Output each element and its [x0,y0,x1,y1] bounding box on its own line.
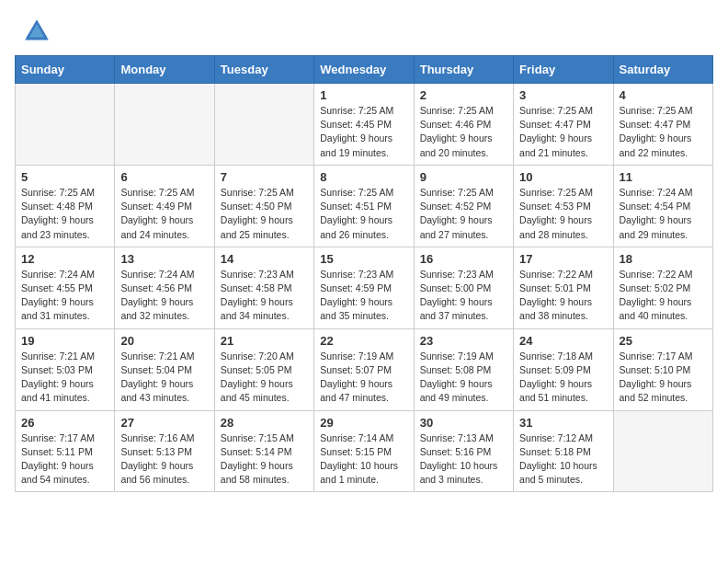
calendar-cell: 5Sunrise: 7:25 AMSunset: 4:48 PMDaylight… [16,165,115,247]
calendar-cell: 14Sunrise: 7:23 AMSunset: 4:58 PMDayligh… [214,247,313,328]
day-info: Sunrise: 7:24 AMSunset: 4:55 PMDaylight:… [21,268,108,324]
day-number: 20 [120,334,208,348]
day-number: 28 [221,416,308,430]
calendar-cell: 29Sunrise: 7:14 AMSunset: 5:15 PMDayligh… [314,410,414,492]
day-number: 10 [519,170,607,184]
day-number: 11 [620,170,707,184]
calendar-cell: 9Sunrise: 7:25 AMSunset: 4:52 PMDaylight… [414,165,513,247]
day-number: 30 [420,416,507,430]
calendar-cell: 22Sunrise: 7:19 AMSunset: 5:07 PMDayligh… [314,328,414,410]
calendar-table: SundayMondayTuesdayWednesdayThursdayFrid… [15,55,713,492]
day-info: Sunrise: 7:16 AMSunset: 5:13 PMDaylight:… [120,431,208,488]
calendar-cell: 24Sunrise: 7:18 AMSunset: 5:09 PMDayligh… [514,328,613,410]
weekday-header-saturday: Saturday [613,56,712,84]
day-number: 27 [120,416,208,430]
day-info: Sunrise: 7:25 AMSunset: 4:46 PMDaylight:… [420,104,507,160]
day-number: 15 [320,252,407,266]
day-number: 14 [221,252,308,266]
day-info: Sunrise: 7:17 AMSunset: 5:10 PMDaylight:… [620,350,707,406]
day-info: Sunrise: 7:22 AMSunset: 5:02 PMDaylight:… [620,268,707,324]
calendar-cell: 26Sunrise: 7:17 AMSunset: 5:11 PMDayligh… [16,410,115,492]
day-info: Sunrise: 7:19 AMSunset: 5:08 PMDaylight:… [420,350,507,406]
calendar-cell: 2Sunrise: 7:25 AMSunset: 4:46 PMDaylight… [414,84,513,166]
day-info: Sunrise: 7:22 AMSunset: 5:01 PMDaylight:… [519,268,607,324]
calendar-week-row: 26Sunrise: 7:17 AMSunset: 5:11 PMDayligh… [16,410,713,492]
calendar-cell: 4Sunrise: 7:25 AMSunset: 4:47 PMDaylight… [613,84,712,166]
day-number: 13 [120,252,208,266]
calendar-cell: 15Sunrise: 7:23 AMSunset: 4:59 PMDayligh… [314,247,414,328]
calendar-cell: 19Sunrise: 7:21 AMSunset: 5:03 PMDayligh… [16,328,115,410]
day-info: Sunrise: 7:25 AMSunset: 4:50 PMDaylight:… [221,186,308,242]
day-info: Sunrise: 7:24 AMSunset: 4:54 PMDaylight:… [620,186,707,242]
day-info: Sunrise: 7:25 AMSunset: 4:49 PMDaylight:… [120,186,208,242]
calendar-header: SundayMondayTuesdayWednesdayThursdayFrid… [16,56,713,84]
day-number: 25 [620,334,707,348]
calendar-cell: 18Sunrise: 7:22 AMSunset: 5:02 PMDayligh… [613,247,712,328]
day-number: 21 [221,334,308,348]
logo-icon [22,17,51,46]
day-number: 22 [320,334,407,348]
weekday-header-tuesday: Tuesday [214,56,313,84]
calendar-cell: 20Sunrise: 7:21 AMSunset: 5:04 PMDayligh… [115,328,214,410]
calendar-cell: 30Sunrise: 7:13 AMSunset: 5:16 PMDayligh… [414,410,513,492]
calendar-cell [16,84,115,166]
logo [22,17,55,46]
day-info: Sunrise: 7:25 AMSunset: 4:51 PMDaylight:… [320,186,407,242]
day-info: Sunrise: 7:13 AMSunset: 5:16 PMDaylight:… [420,431,507,488]
calendar-week-row: 1Sunrise: 7:25 AMSunset: 4:45 PMDaylight… [16,84,713,166]
day-info: Sunrise: 7:19 AMSunset: 5:07 PMDaylight:… [320,350,407,406]
day-info: Sunrise: 7:21 AMSunset: 5:03 PMDaylight:… [21,350,108,406]
calendar-cell: 16Sunrise: 7:23 AMSunset: 5:00 PMDayligh… [414,247,513,328]
day-info: Sunrise: 7:17 AMSunset: 5:11 PMDaylight:… [21,431,108,488]
day-info: Sunrise: 7:18 AMSunset: 5:09 PMDaylight:… [519,350,607,406]
day-number: 17 [519,252,607,266]
calendar-week-row: 5Sunrise: 7:25 AMSunset: 4:48 PMDaylight… [16,165,713,247]
day-info: Sunrise: 7:24 AMSunset: 4:56 PMDaylight:… [120,268,208,324]
calendar-cell: 23Sunrise: 7:19 AMSunset: 5:08 PMDayligh… [414,328,513,410]
day-info: Sunrise: 7:12 AMSunset: 5:18 PMDaylight:… [519,431,607,488]
day-number: 8 [320,170,407,184]
weekday-header-thursday: Thursday [414,56,513,84]
calendar-cell [214,84,313,166]
day-number: 23 [420,334,507,348]
day-number: 9 [420,170,507,184]
day-info: Sunrise: 7:14 AMSunset: 5:15 PMDaylight:… [320,431,407,488]
page: SundayMondayTuesdayWednesdayThursdayFrid… [0,0,728,507]
calendar-cell: 31Sunrise: 7:12 AMSunset: 5:18 PMDayligh… [514,410,613,492]
calendar-cell: 21Sunrise: 7:20 AMSunset: 5:05 PMDayligh… [214,328,313,410]
day-number: 26 [21,416,108,430]
day-number: 3 [519,88,607,102]
day-number: 2 [420,88,507,102]
day-number: 19 [21,334,108,348]
day-info: Sunrise: 7:25 AMSunset: 4:45 PMDaylight:… [320,104,407,160]
calendar-cell: 8Sunrise: 7:25 AMSunset: 4:51 PMDaylight… [314,165,414,247]
calendar-cell: 12Sunrise: 7:24 AMSunset: 4:55 PMDayligh… [16,247,115,328]
calendar-week-row: 19Sunrise: 7:21 AMSunset: 5:03 PMDayligh… [16,328,713,410]
calendar-wrapper: SundayMondayTuesdayWednesdayThursdayFrid… [0,55,728,507]
day-info: Sunrise: 7:25 AMSunset: 4:48 PMDaylight:… [21,186,108,242]
day-number: 24 [519,334,607,348]
day-number: 31 [519,416,607,430]
calendar-cell [613,410,712,492]
day-number: 7 [221,170,308,184]
weekday-header-friday: Friday [514,56,613,84]
day-number: 29 [320,416,407,430]
day-info: Sunrise: 7:23 AMSunset: 4:59 PMDaylight:… [320,268,407,324]
calendar-cell: 6Sunrise: 7:25 AMSunset: 4:49 PMDaylight… [115,165,214,247]
weekday-header-monday: Monday [115,56,214,84]
day-info: Sunrise: 7:21 AMSunset: 5:04 PMDaylight:… [120,350,208,406]
day-number: 12 [21,252,108,266]
calendar-cell [115,84,214,166]
calendar-week-row: 12Sunrise: 7:24 AMSunset: 4:55 PMDayligh… [16,247,713,328]
day-info: Sunrise: 7:23 AMSunset: 5:00 PMDaylight:… [420,268,507,324]
header [0,0,728,55]
calendar-body: 1Sunrise: 7:25 AMSunset: 4:45 PMDaylight… [16,84,713,492]
day-info: Sunrise: 7:20 AMSunset: 5:05 PMDaylight:… [221,350,308,406]
day-number: 4 [620,88,707,102]
weekday-header-row: SundayMondayTuesdayWednesdayThursdayFrid… [16,56,713,84]
calendar-cell: 10Sunrise: 7:25 AMSunset: 4:53 PMDayligh… [514,165,613,247]
calendar-cell: 13Sunrise: 7:24 AMSunset: 4:56 PMDayligh… [115,247,214,328]
day-info: Sunrise: 7:25 AMSunset: 4:47 PMDaylight:… [519,104,607,160]
weekday-header-sunday: Sunday [16,56,115,84]
day-info: Sunrise: 7:25 AMSunset: 4:52 PMDaylight:… [420,186,507,242]
